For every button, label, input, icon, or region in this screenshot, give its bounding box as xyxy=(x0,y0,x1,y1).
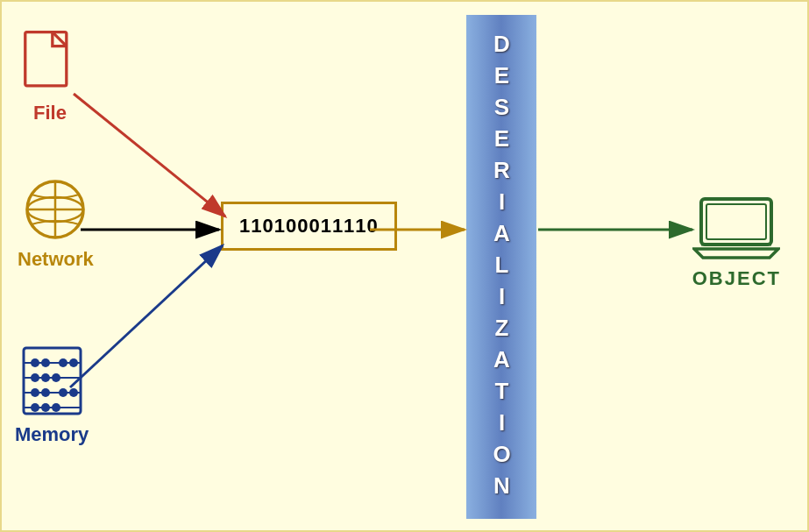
file-label: File xyxy=(33,102,67,124)
binary-value: 110100011110 xyxy=(239,215,379,237)
memory-icon-svg xyxy=(19,344,85,418)
diagram-canvas: File Network xyxy=(0,0,809,532)
svg-point-24 xyxy=(52,403,60,412)
file-to-binary-arrow xyxy=(74,94,225,216)
svg-point-17 xyxy=(52,373,60,382)
svg-point-13 xyxy=(59,358,67,367)
file-source: File xyxy=(19,28,81,124)
object-icon-svg xyxy=(692,195,780,260)
memory-label: Memory xyxy=(15,423,89,446)
arrows-layer xyxy=(2,2,809,532)
svg-point-12 xyxy=(41,358,50,367)
svg-line-1 xyxy=(53,32,67,46)
svg-point-20 xyxy=(59,388,67,397)
network-icon-svg xyxy=(23,177,89,243)
svg-point-22 xyxy=(31,403,39,412)
network-source: Network xyxy=(18,177,94,271)
svg-point-23 xyxy=(41,403,50,412)
svg-point-14 xyxy=(69,358,78,367)
memory-source: Memory xyxy=(15,344,89,446)
network-label: Network xyxy=(18,248,94,271)
svg-rect-25 xyxy=(701,199,771,245)
svg-point-15 xyxy=(31,373,39,382)
object-output: OBJECT xyxy=(692,195,781,290)
svg-point-21 xyxy=(69,388,78,397)
object-label: OBJECT xyxy=(692,267,781,290)
svg-point-19 xyxy=(41,388,50,397)
svg-point-18 xyxy=(31,388,39,397)
svg-rect-26 xyxy=(706,204,766,239)
file-icon-svg xyxy=(19,28,81,98)
svg-point-16 xyxy=(41,373,50,382)
binary-box: 110100011110 xyxy=(221,202,397,251)
deserialization-label: DESERIALIZATION xyxy=(488,31,515,504)
svg-point-11 xyxy=(31,358,39,367)
deserialization-column: DESERIALIZATION xyxy=(466,15,536,519)
